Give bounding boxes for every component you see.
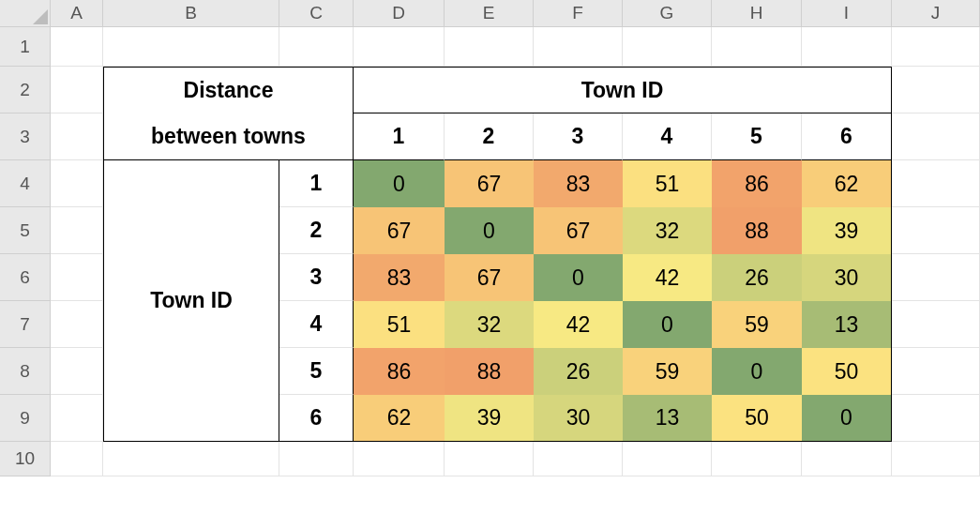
- heatmap-cell[interactable]: 39: [445, 395, 534, 442]
- cell[interactable]: [534, 27, 623, 67]
- cell[interactable]: [623, 27, 712, 67]
- heatmap-cell[interactable]: 26: [712, 254, 802, 301]
- row-id-3: 3: [279, 254, 354, 301]
- cell[interactable]: [51, 254, 103, 301]
- row-header-2[interactable]: 2: [0, 67, 51, 113]
- row-id-1: 1: [279, 160, 354, 207]
- cell[interactable]: [892, 207, 980, 254]
- row-id-5: 5: [279, 348, 354, 395]
- heatmap-cell[interactable]: 86: [712, 160, 802, 207]
- heatmap-cell[interactable]: 0: [623, 301, 712, 348]
- heatmap-cell[interactable]: 62: [354, 395, 445, 442]
- row-header-3[interactable]: 3: [0, 113, 51, 160]
- cell[interactable]: [51, 113, 103, 160]
- cell[interactable]: [712, 442, 802, 476]
- col-header-D[interactable]: D: [354, 0, 445, 27]
- heatmap-cell[interactable]: 13: [623, 395, 712, 442]
- cell[interactable]: [354, 442, 445, 476]
- heatmap-cell[interactable]: 62: [802, 160, 892, 207]
- cell[interactable]: [279, 442, 354, 476]
- heatmap-cell[interactable]: 30: [802, 254, 892, 301]
- cell[interactable]: [534, 442, 623, 476]
- cell[interactable]: [51, 27, 103, 67]
- cell[interactable]: [892, 395, 980, 442]
- heatmap-cell[interactable]: 32: [623, 207, 712, 254]
- heatmap-cell[interactable]: 86: [354, 348, 445, 395]
- cell[interactable]: [51, 395, 103, 442]
- row-header-9[interactable]: 9: [0, 395, 51, 442]
- cell[interactable]: [892, 301, 980, 348]
- heatmap-cell[interactable]: 39: [802, 207, 892, 254]
- cell[interactable]: [51, 67, 103, 113]
- heatmap-cell[interactable]: 67: [445, 160, 534, 207]
- cell[interactable]: [103, 442, 279, 476]
- row-header-6[interactable]: 6: [0, 254, 51, 301]
- row-header-10[interactable]: 10: [0, 442, 51, 476]
- cell[interactable]: [892, 27, 980, 67]
- cell[interactable]: [51, 442, 103, 476]
- col-header-H[interactable]: H: [712, 0, 802, 27]
- col-header-I[interactable]: I: [802, 0, 892, 27]
- cell[interactable]: [279, 27, 354, 67]
- col-header-E[interactable]: E: [445, 0, 534, 27]
- col-header-A[interactable]: A: [51, 0, 103, 27]
- heatmap-cell[interactable]: 83: [534, 160, 623, 207]
- table-title: Distance: [103, 67, 354, 113]
- heatmap-cell[interactable]: 0: [802, 395, 892, 442]
- col-header-C[interactable]: C: [279, 0, 354, 27]
- heatmap-cell[interactable]: 30: [534, 395, 623, 442]
- heatmap-cell[interactable]: 13: [802, 301, 892, 348]
- cell[interactable]: [51, 160, 103, 207]
- cell[interactable]: [892, 113, 980, 160]
- row-header-4[interactable]: 4: [0, 160, 51, 207]
- heatmap-cell[interactable]: 88: [712, 207, 802, 254]
- cell[interactable]: [892, 67, 980, 113]
- cell[interactable]: [802, 442, 892, 476]
- cell[interactable]: [51, 348, 103, 395]
- row-group-header: Town ID: [103, 160, 279, 442]
- cell[interactable]: [892, 442, 980, 476]
- cell[interactable]: [712, 27, 802, 67]
- cell[interactable]: [623, 442, 712, 476]
- heatmap-cell[interactable]: 59: [623, 348, 712, 395]
- col-header-B[interactable]: B: [103, 0, 279, 27]
- heatmap-cell[interactable]: 67: [445, 254, 534, 301]
- col-id-1: 1: [354, 113, 445, 160]
- cell[interactable]: [445, 442, 534, 476]
- row-header-5[interactable]: 5: [0, 207, 51, 254]
- col-header-F[interactable]: F: [534, 0, 623, 27]
- heatmap-cell[interactable]: 67: [534, 207, 623, 254]
- row-header-8[interactable]: 8: [0, 348, 51, 395]
- heatmap-cell[interactable]: 0: [354, 160, 445, 207]
- heatmap-cell[interactable]: 0: [445, 207, 534, 254]
- heatmap-cell[interactable]: 0: [534, 254, 623, 301]
- heatmap-cell[interactable]: 50: [802, 348, 892, 395]
- heatmap-cell[interactable]: 51: [354, 301, 445, 348]
- cell[interactable]: [445, 27, 534, 67]
- heatmap-cell[interactable]: 59: [712, 301, 802, 348]
- cell[interactable]: [51, 301, 103, 348]
- heatmap-cell[interactable]: 42: [534, 301, 623, 348]
- col-header-J[interactable]: J: [892, 0, 980, 27]
- cell[interactable]: [892, 254, 980, 301]
- row-header-1[interactable]: 1: [0, 27, 51, 67]
- row-header-7[interactable]: 7: [0, 301, 51, 348]
- col-header-G[interactable]: G: [623, 0, 712, 27]
- heatmap-cell[interactable]: 67: [354, 207, 445, 254]
- heatmap-cell[interactable]: 42: [623, 254, 712, 301]
- heatmap-cell[interactable]: 88: [445, 348, 534, 395]
- cell[interactable]: [103, 27, 279, 67]
- heatmap-cell[interactable]: 32: [445, 301, 534, 348]
- heatmap-cell[interactable]: 51: [623, 160, 712, 207]
- cell[interactable]: [51, 207, 103, 254]
- heatmap-cell[interactable]: 26: [534, 348, 623, 395]
- cell[interactable]: [892, 348, 980, 395]
- heatmap-cell[interactable]: 83: [354, 254, 445, 301]
- spreadsheet-grid[interactable]: ABCDEFGHIJ12345678910Distancebetween tow…: [0, 0, 980, 476]
- select-all-corner[interactable]: [0, 0, 51, 27]
- cell[interactable]: [802, 27, 892, 67]
- cell[interactable]: [892, 160, 980, 207]
- cell[interactable]: [354, 27, 445, 67]
- heatmap-cell[interactable]: 0: [712, 348, 802, 395]
- heatmap-cell[interactable]: 50: [712, 395, 802, 442]
